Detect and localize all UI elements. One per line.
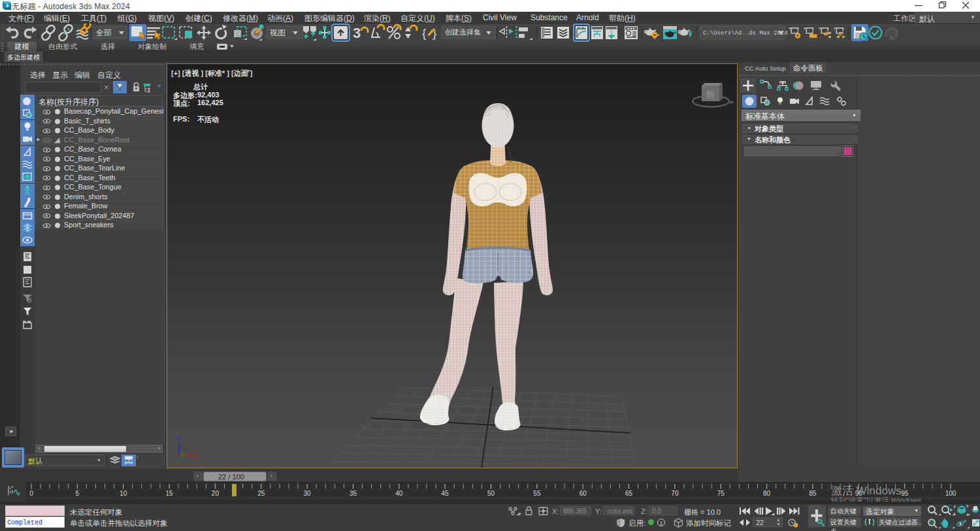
svg-text:80: 80 <box>763 490 771 497</box>
svg-text:}: } <box>433 26 436 40</box>
svg-text:»: » <box>137 455 139 460</box>
svg-text:全部: 全部 <box>96 28 112 37</box>
svg-text:10: 10 <box>120 490 127 497</box>
svg-text:y: y <box>181 451 185 458</box>
svg-text:50: 50 <box>487 490 495 497</box>
svg-text:100: 100 <box>945 490 956 497</box>
svg-text:»: » <box>157 82 161 89</box>
svg-text:65: 65 <box>625 490 633 497</box>
svg-text:{: { <box>422 26 427 40</box>
svg-text:0: 0 <box>29 490 33 497</box>
svg-text:30: 30 <box>304 490 312 497</box>
svg-text:75: 75 <box>717 490 725 497</box>
svg-text:20: 20 <box>212 490 220 497</box>
svg-text:60: 60 <box>580 490 587 497</box>
svg-text:前: 前 <box>706 89 715 99</box>
svg-text:3: 3 <box>353 25 361 41</box>
svg-text:C:\Users\Ad..ds Max 2024: C:\Users\Ad..ds Max 2024 <box>703 30 788 37</box>
svg-text:创建选择集: 创建选择集 <box>445 28 481 36</box>
svg-text:x: x <box>193 452 197 459</box>
svg-text:35: 35 <box>350 490 357 497</box>
svg-text:55: 55 <box>533 490 541 497</box>
svg-text:15: 15 <box>166 490 174 497</box>
svg-text:5: 5 <box>76 490 80 497</box>
svg-text:70: 70 <box>671 490 679 497</box>
svg-text:40: 40 <box>395 490 403 497</box>
svg-text:25: 25 <box>257 490 265 497</box>
svg-text:z: z <box>176 436 180 443</box>
svg-text:3: 3 <box>6 3 9 8</box>
svg-text:85: 85 <box>809 490 817 497</box>
svg-text:视图: 视图 <box>269 28 286 37</box>
svg-text:45: 45 <box>442 490 449 497</box>
